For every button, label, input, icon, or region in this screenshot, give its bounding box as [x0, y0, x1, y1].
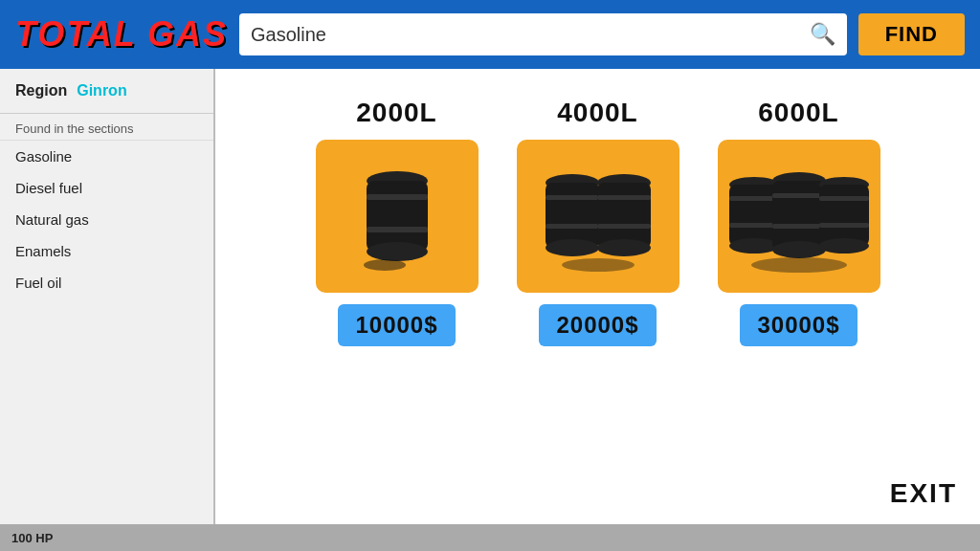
svg-rect-20 — [729, 196, 779, 201]
sidebar-item-naturalgas[interactable]: Natural gas — [0, 204, 213, 235]
product-volume-2: 4000L — [557, 98, 637, 128]
barrel-container-3[interactable] — [718, 140, 880, 293]
sidebar-item-gasoline[interactable]: Gasoline — [0, 141, 213, 172]
svg-rect-14 — [597, 195, 651, 200]
svg-point-13 — [597, 239, 651, 256]
svg-point-16 — [562, 258, 635, 272]
hp-label: 100 HP — [11, 531, 53, 545]
svg-rect-18 — [729, 185, 779, 246]
search-icon[interactable]: 🔍 — [810, 22, 835, 47]
svg-point-19 — [729, 238, 779, 253]
sidebar-item-fueloil[interactable]: Fuel oil — [0, 267, 213, 298]
barrel-svg-3 — [718, 154, 880, 278]
barrel-container-1[interactable] — [316, 140, 479, 293]
svg-rect-28 — [819, 185, 869, 246]
svg-rect-10 — [546, 224, 599, 229]
barrel-svg-1 — [335, 154, 459, 278]
search-input[interactable] — [251, 24, 802, 46]
svg-rect-26 — [772, 224, 826, 229]
product-price-1[interactable]: 10000$ — [338, 304, 455, 346]
svg-rect-15 — [597, 224, 651, 229]
product-card-2: 4000L — [517, 98, 679, 346]
app-logo: TOTAL GAS — [15, 14, 228, 55]
exit-button[interactable]: EXIT — [890, 478, 957, 509]
main-area: Region Ginron Found in the sections Gaso… — [0, 69, 980, 524]
svg-point-2 — [367, 242, 428, 261]
content-area: 2000L 10000$ 4000L — [215, 69, 980, 524]
header: TOTAL GAS 🔍 FIND — [0, 0, 980, 69]
barrel-svg-2 — [526, 154, 670, 278]
svg-rect-3 — [367, 194, 428, 200]
svg-rect-12 — [597, 183, 651, 248]
region-bar: Region Ginron — [0, 69, 213, 114]
products-row: 2000L 10000$ 4000L — [244, 98, 951, 346]
region-value: Ginron — [77, 82, 126, 99]
sidebar-item-enamels[interactable]: Enamels — [0, 235, 213, 267]
product-card-3: 6000L — [718, 98, 880, 346]
found-sections-label: Found in the sections — [0, 114, 213, 141]
svg-point-8 — [546, 239, 599, 256]
product-price-2[interactable]: 20000$ — [539, 304, 656, 346]
svg-point-24 — [772, 241, 826, 258]
sidebar-item-diesel[interactable]: Diesel fuel — [0, 172, 213, 204]
svg-rect-21 — [729, 223, 779, 228]
svg-rect-23 — [772, 181, 826, 250]
svg-rect-4 — [367, 227, 428, 232]
svg-rect-25 — [772, 193, 826, 198]
svg-point-32 — [751, 257, 847, 273]
svg-point-5 — [364, 259, 406, 271]
svg-rect-31 — [819, 223, 869, 228]
svg-rect-9 — [546, 195, 599, 200]
region-label: Region — [15, 82, 67, 99]
product-price-3[interactable]: 30000$ — [740, 304, 857, 346]
search-box: 🔍 — [239, 13, 847, 55]
product-volume-3: 6000L — [758, 98, 838, 128]
find-button[interactable]: FIND — [858, 13, 965, 55]
sidebar: Region Ginron Found in the sections Gaso… — [0, 69, 215, 524]
bottom-bar: 100 HP — [0, 524, 980, 551]
svg-rect-30 — [819, 196, 869, 201]
product-volume-1: 2000L — [356, 98, 436, 128]
svg-rect-7 — [546, 183, 599, 248]
product-card-1: 2000L 10000$ — [316, 98, 479, 346]
svg-point-29 — [819, 238, 869, 253]
svg-rect-1 — [367, 181, 428, 252]
barrel-container-2[interactable] — [517, 140, 679, 293]
